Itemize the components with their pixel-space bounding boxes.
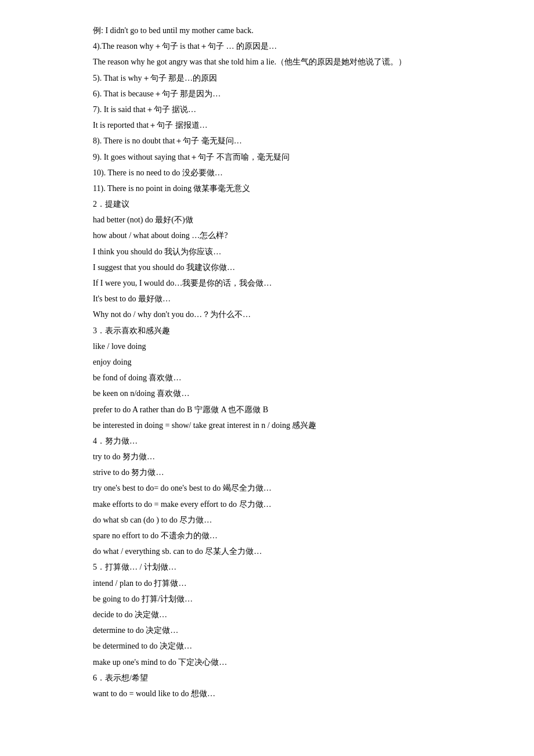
line-3: The reason why he got angry was that she…: [93, 55, 499, 69]
line-31: make efforts to do = make every effort t…: [93, 497, 499, 512]
line-1: 例: I didn't go to bed until my mother ca…: [93, 23, 499, 38]
line-25: prefer to do A rather than do B 宁愿做 A 也不…: [93, 402, 499, 417]
line-42: 6．表示想/希望: [93, 671, 499, 685]
line-21: like / love doing: [93, 339, 499, 354]
line-37: be going to do 打算/计划做…: [93, 592, 499, 606]
line-5: 6). That is because＋句子 那是因为…: [93, 87, 499, 101]
line-33: spare no effort to do 不遗余力的做…: [93, 528, 499, 543]
line-41: make up one's mind to do 下定决心做…: [93, 655, 499, 669]
line-16: I suggest that you should do 我建议你做…: [93, 260, 499, 275]
line-12: 2．提建议: [93, 197, 499, 211]
line-36: intend / plan to do 打算做…: [93, 576, 499, 591]
line-9: 9). It goes without saying that＋句子 不言而喻，…: [93, 150, 499, 164]
line-39: determine to do 决定做…: [93, 623, 499, 638]
line-24: be keen on n/doing 喜欢做…: [93, 386, 499, 401]
line-4: 5). That is why＋句子 那是…的原因: [93, 71, 499, 85]
line-7: It is reported that＋句子 据报道…: [93, 118, 499, 132]
line-20: 3．表示喜欢和感兴趣: [93, 323, 499, 338]
line-13: had better (not) do 最好(不)做: [93, 213, 499, 227]
line-26: be interested in doing = show/ take grea…: [93, 418, 499, 433]
line-38: decide to do 决定做…: [93, 607, 499, 622]
line-27: 4．努力做…: [93, 434, 499, 448]
line-35: 5．打算做… / 计划做…: [93, 560, 499, 574]
line-15: I think you should do 我认为你应该…: [93, 244, 499, 259]
line-22: enjoy doing: [93, 355, 499, 369]
line-10: 10). There is no need to do 没必要做…: [93, 165, 499, 180]
line-19: Why not do / why don't you do…？为什么不…: [93, 307, 499, 322]
line-34: do what / everything sb. can to do 尽某人全力…: [93, 544, 499, 559]
line-29: strive to do 努力做…: [93, 465, 499, 480]
line-14: how about / what about doing …怎么样?: [93, 228, 499, 243]
line-43: want to do = would like to do 想做…: [93, 686, 499, 701]
line-17: If I were you, I would do…我要是你的话，我会做…: [93, 276, 499, 290]
line-23: be fond of doing 喜欢做…: [93, 370, 499, 385]
line-32: do what sb can (do ) to do 尽力做…: [93, 513, 499, 527]
line-6: 7). It is said that＋句子 据说…: [93, 102, 499, 117]
line-30: try one's best to do= do one's best to d…: [93, 481, 499, 495]
line-18: It's best to do 最好做…: [93, 291, 499, 306]
line-40: be determined to do 决定做…: [93, 639, 499, 653]
line-11: 11). There is no point in doing 做某事毫无意义: [93, 181, 499, 196]
line-8: 8). There is no doubt that＋句子 毫无疑问…: [93, 134, 499, 148]
line-2: 4).The reason why＋句子 is that＋句子 … 的原因是…: [93, 39, 499, 53]
line-28: try to do 努力做…: [93, 449, 499, 464]
main-content: 例: I didn't go to bed until my mother ca…: [93, 23, 499, 701]
